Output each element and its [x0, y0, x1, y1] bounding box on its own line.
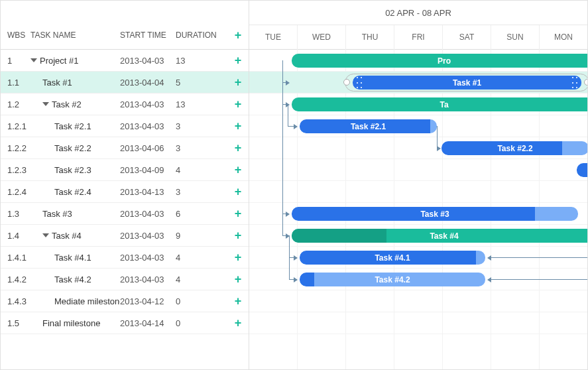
plus-icon: + — [235, 317, 242, 329]
progress-fill — [292, 207, 535, 221]
table-row[interactable]: 1.2.3Task #2.32013-04-094+ — [1, 159, 249, 181]
table-row[interactable]: 1.1Task #12013-04-045+ — [1, 72, 249, 93]
add-task-button[interactable]: + — [227, 186, 249, 198]
start-time-cell: 2013-04-03 — [120, 121, 176, 131]
task-bar[interactable]: Task #4.2 — [300, 273, 485, 286]
grid-body: 1Project #12013-04-0313+1.1Task #12013-0… — [1, 50, 249, 334]
wbs-cell: 1 — [1, 56, 30, 66]
wbs-cell: 1.2 — [1, 99, 30, 109]
plus-icon: + — [235, 120, 242, 132]
add-task-button[interactable]: + — [227, 229, 249, 241]
plus-icon: + — [235, 208, 242, 219]
task-bar[interactable] — [577, 163, 587, 177]
duration-cell: 3 — [176, 121, 227, 131]
table-row[interactable]: 1Project #12013-04-0313+ — [1, 50, 249, 72]
task-bar[interactable]: Task #3 — [292, 207, 578, 221]
task-name-text: Task #4 — [52, 231, 82, 241]
plus-icon: + — [235, 251, 242, 263]
table-row[interactable]: 1.3Task #32013-04-036+ — [1, 203, 249, 225]
timeline-row: Task #4 — [249, 225, 587, 247]
add-task-button[interactable]: + — [227, 120, 249, 132]
drag-handle-icon[interactable] — [572, 77, 577, 88]
add-task-button[interactable]: + — [227, 208, 249, 219]
bar-label: Task #3 — [420, 210, 449, 219]
add-column-button[interactable]: + — [227, 29, 249, 41]
add-task-button[interactable]: + — [227, 54, 249, 66]
wbs-cell: 1.2.3 — [1, 165, 30, 175]
plus-icon: + — [235, 295, 242, 307]
task-name-text: Task #4.2 — [54, 275, 91, 284]
start-time-cell: 2013-04-06 — [120, 143, 176, 153]
table-row[interactable]: 1.2.1Task #2.12013-04-033+ — [1, 115, 249, 137]
collapse-caret-icon[interactable] — [42, 102, 49, 106]
timeline-row — [249, 159, 587, 181]
progress-fill — [300, 273, 314, 286]
bar-label: Task #4.2 — [375, 275, 410, 284]
dependency-line — [437, 126, 438, 148]
timeline-row — [249, 181, 587, 203]
day-header: WED — [298, 25, 346, 50]
col-header-start-time: START TIME — [120, 31, 176, 40]
task-bar[interactable]: Task #2.2 — [441, 141, 587, 155]
wbs-cell: 1.5 — [1, 318, 30, 328]
table-row[interactable]: 1.2Task #22013-04-0313+ — [1, 93, 249, 115]
collapse-caret-icon[interactable] — [42, 233, 49, 237]
wbs-cell: 1.2.2 — [1, 143, 30, 153]
add-task-button[interactable]: + — [227, 164, 249, 176]
task-name-text: Task #2.4 — [54, 187, 91, 197]
wbs-cell: 1.2.4 — [1, 187, 30, 197]
col-header-duration: DURATION — [176, 31, 227, 40]
task-name-text: Task #1 — [42, 78, 72, 88]
resize-handle-right[interactable] — [584, 79, 587, 86]
timeline[interactable]: 02 APR - 08 APR TUEWEDTHUFRISATSUNMON Pr… — [249, 1, 587, 369]
task-bar[interactable]: Task #1 — [353, 76, 581, 90]
add-task-button[interactable]: + — [227, 76, 249, 88]
table-row[interactable]: 1.4.2Task #4.22013-04-034+ — [1, 269, 249, 290]
add-task-button[interactable]: + — [227, 98, 249, 110]
timeline-row: Task #3 — [249, 203, 587, 225]
duration-cell: 13 — [176, 99, 227, 109]
table-row[interactable]: 1.4.3Mediate milestone2013-04-120+ — [1, 290, 249, 312]
col-header-wbs: WBS — [1, 31, 30, 40]
task-name-cell: Task #2 — [30, 99, 120, 109]
resize-handle-left[interactable] — [343, 79, 350, 86]
task-bar[interactable]: Task #4.1 — [300, 251, 485, 265]
add-task-button[interactable]: + — [227, 295, 249, 307]
table-row[interactable]: 1.2.2Task #2.22013-04-063+ — [1, 137, 249, 159]
task-name-cell: Task #3 — [30, 209, 120, 219]
table-row[interactable]: 1.4.1Task #4.12013-04-034+ — [1, 247, 249, 269]
collapse-caret-icon[interactable] — [30, 58, 37, 62]
add-task-button[interactable]: + — [227, 142, 249, 154]
duration-cell: 13 — [176, 56, 227, 66]
start-time-cell: 2013-04-13 — [120, 187, 176, 197]
timeline-row: Pro — [249, 50, 587, 72]
table-row[interactable]: 1.5Final milestone2013-04-140+ — [1, 312, 249, 334]
task-grid: WBS TASK NAME START TIME DURATION + 1Pro… — [1, 1, 249, 369]
duration-cell: 6 — [176, 209, 227, 219]
table-row[interactable]: 1.4Task #42013-04-039+ — [1, 225, 249, 247]
task-name-text: Task #4.1 — [54, 253, 91, 263]
drag-handle-icon[interactable] — [357, 77, 362, 88]
task-name-cell: Mediate milestone — [30, 296, 120, 306]
table-row[interactable]: 1.2.4Task #2.42013-04-133+ — [1, 181, 249, 203]
task-name-cell: Final milestone — [30, 318, 120, 328]
plus-icon: + — [235, 76, 242, 88]
dependency-line — [289, 235, 290, 279]
add-task-button[interactable]: + — [227, 273, 249, 285]
summary-bar[interactable]: Pro — [292, 54, 587, 68]
bar-label: Task #2.1 — [351, 122, 386, 131]
bar-label: Ta — [440, 100, 448, 109]
add-task-button[interactable]: + — [227, 251, 249, 263]
task-bar[interactable]: Task #2.1 — [300, 119, 437, 133]
wbs-cell: 1.4.3 — [1, 296, 30, 306]
wbs-cell: 1.1 — [1, 78, 30, 88]
duration-cell: 4 — [176, 165, 227, 175]
day-header: MON — [540, 25, 587, 50]
duration-cell: 5 — [176, 78, 227, 88]
summary-bar[interactable]: Ta — [292, 97, 587, 111]
dependency-arrow — [282, 235, 289, 236]
task-name-cell: Task #1 — [30, 78, 120, 88]
add-task-button[interactable]: + — [227, 317, 249, 329]
summary-bar[interactable]: Task #4 — [292, 229, 587, 243]
dependency-arrow — [488, 279, 587, 280]
